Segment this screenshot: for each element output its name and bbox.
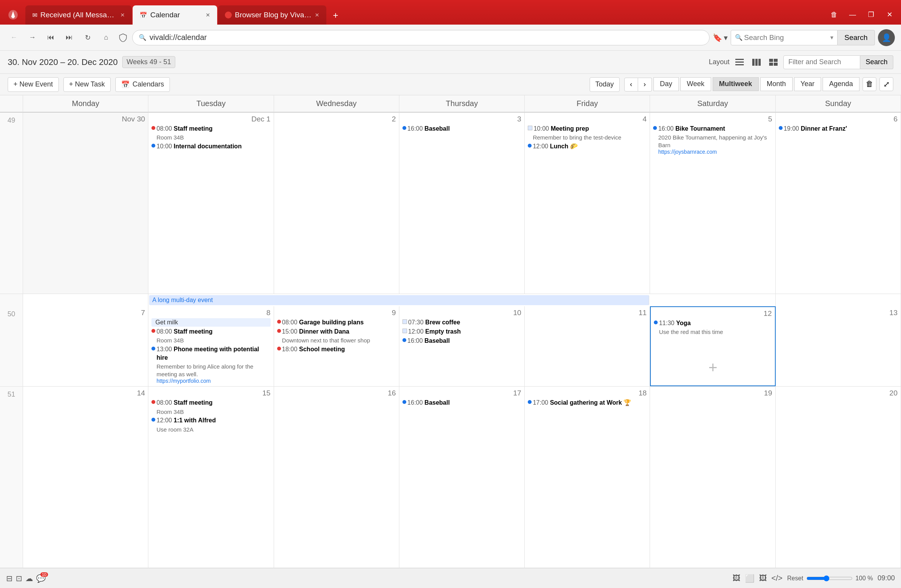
task-get-milk[interactable]: Get milk: [151, 318, 270, 327]
day-dec19[interactable]: 19: [650, 387, 775, 568]
event-school[interactable]: 18:00 School meeting: [277, 345, 396, 354]
event-baseball-3[interactable]: 16:00 Baseball: [402, 125, 521, 133]
multiday-event[interactable]: A long multi-day event: [149, 295, 649, 305]
plus-icon[interactable]: +: [654, 336, 771, 376]
day-dec8[interactable]: 8 Get milk 08:00 Staff meeting Room 34B: [148, 306, 274, 387]
restore-button[interactable]: ❐: [863, 8, 879, 22]
delete-icon-btn[interactable]: 🗑: [863, 77, 876, 91]
event-meeting-prep[interactable]: 10:00 Meeting prep: [528, 125, 647, 133]
code-icon[interactable]: </>: [771, 574, 783, 583]
expand-icon-btn[interactable]: ⤢: [879, 77, 893, 91]
day-dec17[interactable]: 17 16:00 Baseball: [399, 387, 525, 568]
event-garage[interactable]: 08:00 Garage building plans: [277, 318, 396, 327]
window-extra-btn[interactable]: 🗑: [826, 8, 843, 22]
zoom-slider[interactable]: [806, 575, 853, 581]
event-baseball-17[interactable]: 16:00 Baseball: [402, 399, 521, 407]
reset-label[interactable]: Reset: [787, 575, 803, 582]
tab-blog-close[interactable]: ✕: [315, 12, 319, 18]
search-button[interactable]: Search: [838, 30, 875, 45]
event-internal-doc[interactable]: 10:00 Internal documentation: [151, 142, 270, 151]
filter-search-button[interactable]: Search: [860, 55, 893, 69]
event-alfred[interactable]: 12:00 1:1 with Alfred: [151, 416, 270, 425]
day-dec15[interactable]: 15 08:00 Staff meeting Room 34B 12:00 1:…: [148, 387, 274, 568]
tab-calendar-close[interactable]: ✕: [206, 12, 210, 18]
day-dec1[interactable]: Dec 1 08:00 Staff meeting Room 34B 10:00…: [148, 113, 274, 294]
event-baseball-10[interactable]: 16:00 Baseball: [402, 337, 521, 345]
new-event-button[interactable]: + New Event: [8, 77, 59, 92]
day-dec18[interactable]: 18 17:00 Social gathering at Work 🏆: [525, 387, 650, 568]
event-staff-meeting-1[interactable]: 08:00 Staff meeting: [151, 125, 270, 133]
back-button[interactable]: ←: [6, 30, 22, 45]
prev-button[interactable]: ‹: [624, 78, 638, 91]
view-week[interactable]: Week: [680, 77, 711, 91]
home-button[interactable]: ⌂: [98, 30, 114, 45]
profile-button[interactable]: 👤: [878, 29, 895, 46]
next-button[interactable]: ›: [638, 78, 652, 91]
tab-calendar[interactable]: 📅 Calendar ✕: [133, 5, 217, 25]
address-bar[interactable]: 🔍 vivaldi://calendar: [132, 30, 710, 45]
search-dropdown-icon[interactable]: ▾: [830, 34, 833, 41]
tab-mail[interactable]: ✉ Received (All Messages) ✕: [25, 5, 132, 25]
layout-columns-icon[interactable]: [750, 56, 763, 68]
event-link-phone[interactable]: https://myportfolio.com: [151, 378, 270, 384]
event-staff-15[interactable]: 08:00 Staff meeting: [151, 399, 270, 407]
image-icon[interactable]: 🖼: [759, 574, 767, 583]
day-dec20[interactable]: 20: [776, 387, 901, 568]
day-dec2[interactable]: 2: [274, 113, 399, 294]
event-lunch[interactable]: 12:00 Lunch 🌮: [528, 142, 647, 151]
day-dec11[interactable]: 11: [525, 306, 650, 387]
view-year[interactable]: Year: [794, 77, 821, 91]
sidebar-toggle-icon[interactable]: ⊟: [6, 574, 13, 583]
event-dinner-franz[interactable]: 19:00 Dinner at Franz': [779, 125, 898, 133]
day-dec3[interactable]: 3 16:00 Baseball: [399, 113, 525, 294]
bookmark-icon[interactable]: 🔖: [713, 33, 722, 42]
event-bike[interactable]: 16:00 Bike Tournament: [653, 125, 772, 133]
view-multiweek[interactable]: Multiweek: [713, 77, 759, 91]
view-day[interactable]: Day: [653, 77, 679, 91]
day-dec5[interactable]: 5 16:00 Bike Tournament 2020 Bike Tourna…: [650, 113, 775, 294]
event-dinner-dana[interactable]: 15:00 Dinner with Dana: [277, 327, 396, 336]
day-dec16[interactable]: 16: [274, 387, 399, 568]
day-dec12[interactable]: 12 11:30 Yoga Use the red mat this time …: [650, 306, 775, 387]
skip-back-button[interactable]: ⏮: [43, 30, 58, 45]
screenshot-icon[interactable]: 🖼: [733, 574, 740, 583]
tab-mail-close[interactable]: ✕: [120, 12, 125, 18]
new-tab-button[interactable]: +: [327, 7, 344, 24]
bookmark-dropdown[interactable]: ▾: [724, 33, 728, 42]
view-agenda[interactable]: Agenda: [823, 77, 859, 91]
minimize-button[interactable]: —: [844, 8, 861, 22]
day-dec10[interactable]: 10 07:30 Brew coffee 12:00 Empty trash 1…: [399, 306, 525, 387]
today-button[interactable]: Today: [590, 77, 620, 92]
calendars-button[interactable]: 📅 Calendars: [115, 77, 170, 92]
day-nov30[interactable]: Nov 30: [23, 113, 148, 294]
event-brew[interactable]: 07:30 Brew coffee: [402, 318, 521, 327]
cloud-icon[interactable]: ☁: [25, 574, 33, 583]
day-dec13[interactable]: 13: [776, 306, 901, 387]
event-yoga[interactable]: 11:30 Yoga: [654, 319, 771, 327]
day-dec7[interactable]: 7: [23, 306, 148, 387]
day-dec14[interactable]: 14: [23, 387, 148, 568]
search-input[interactable]: [744, 33, 829, 42]
close-button[interactable]: ✕: [881, 8, 898, 22]
event-phone-meeting[interactable]: 13:00 Phone meeting with potential hire: [151, 345, 270, 362]
notification-icon[interactable]: 💬 10: [36, 574, 46, 583]
window-icon[interactable]: ⬜: [745, 574, 755, 583]
vivaldi-icon[interactable]: [3, 5, 23, 25]
layout-grid-icon[interactable]: [766, 56, 780, 68]
forward-button[interactable]: →: [25, 30, 40, 45]
skip-forward-button[interactable]: ⏭: [62, 30, 77, 45]
layout-list-icon[interactable]: [733, 56, 746, 68]
event-trash[interactable]: 12:00 Empty trash: [402, 327, 521, 336]
event-staff-8[interactable]: 08:00 Staff meeting: [151, 327, 270, 336]
day-dec4[interactable]: 4 10:00 Meeting prep Remember to bring t…: [525, 113, 650, 294]
panel-icon[interactable]: ⊡: [16, 574, 22, 583]
new-task-button[interactable]: + New Task: [63, 77, 111, 92]
event-link-bike[interactable]: https://joysbarnrace.com: [653, 149, 772, 155]
tab-blog[interactable]: Browser Blog by Vivaldi - N ✕: [218, 5, 326, 25]
event-social[interactable]: 17:00 Social gathering at Work 🏆: [528, 399, 647, 407]
day-dec9[interactable]: 9 08:00 Garage building plans 15:00 Dinn…: [274, 306, 399, 387]
day-dec6[interactable]: 6 19:00 Dinner at Franz': [776, 113, 901, 294]
filter-input[interactable]: [783, 55, 860, 69]
reload-button[interactable]: ↻: [80, 30, 95, 45]
view-month[interactable]: Month: [760, 77, 793, 91]
